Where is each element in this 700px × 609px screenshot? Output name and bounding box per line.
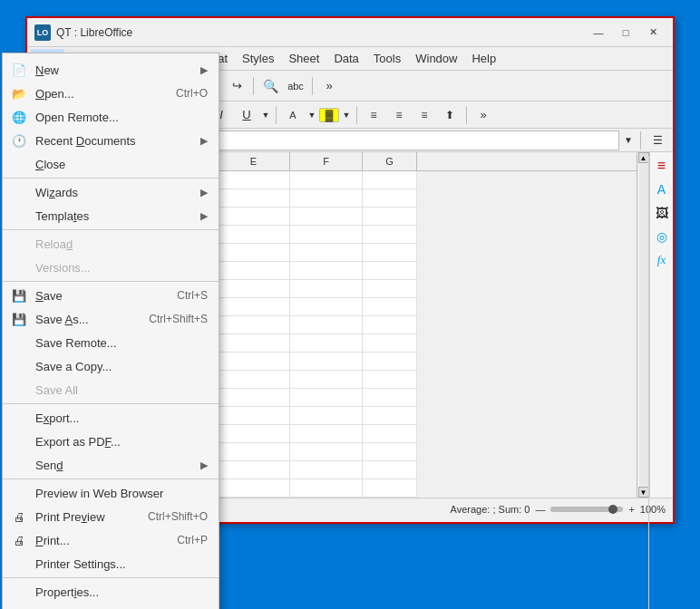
menu-print[interactable]: 🖨 Print... Ctrl+P: [3, 528, 219, 552]
menu-styles[interactable]: Styles: [235, 49, 281, 68]
cell-e2[interactable]: [218, 189, 290, 208]
sidebar-color-btn[interactable]: ◎: [652, 227, 672, 246]
cell-f11[interactable]: [290, 353, 363, 371]
cell-g10[interactable]: [363, 334, 417, 353]
cell-f4[interactable]: [290, 226, 363, 244]
cell-g1[interactable]: [363, 171, 417, 189]
cell-e1[interactable]: [218, 171, 290, 189]
find-btn[interactable]: 🔍: [258, 74, 282, 98]
scroll-up-btn[interactable]: ▲: [638, 152, 649, 163]
cell-g14[interactable]: [363, 407, 417, 425]
more-btn[interactable]: »: [317, 74, 341, 98]
cell-e5[interactable]: [218, 244, 290, 262]
menu-print-preview[interactable]: 🖨 Print Preview Ctrl+Shift+O: [3, 505, 219, 528]
cell-e14[interactable]: [218, 407, 290, 425]
cell-f8[interactable]: [290, 298, 363, 316]
menu-save-as[interactable]: 💾 Save As... Ctrl+Shift+S: [3, 307, 219, 331]
cell-f14[interactable]: [290, 407, 363, 425]
menu-save[interactable]: 💾 Save Ctrl+S: [3, 284, 219, 307]
menu-window[interactable]: Window: [408, 49, 464, 68]
cell-e3[interactable]: [218, 208, 290, 226]
maximize-button[interactable]: □: [613, 23, 638, 43]
menu-export-pdf[interactable]: Export as PDF...: [3, 430, 219, 453]
cell-g12[interactable]: [363, 371, 417, 389]
expand-formula-btn[interactable]: ☰: [646, 129, 669, 152]
zoom-minus[interactable]: —: [535, 504, 545, 515]
cell-e9[interactable]: [218, 316, 290, 334]
font-color-btn[interactable]: A: [281, 103, 305, 127]
cell-g7[interactable]: [363, 280, 417, 298]
menu-help[interactable]: Help: [464, 49, 503, 68]
cell-g2[interactable]: [363, 189, 417, 208]
underline-btn[interactable]: U: [235, 103, 258, 127]
cell-f1[interactable]: [290, 171, 363, 189]
cell-f18[interactable]: [290, 479, 363, 498]
menu-sheet[interactable]: Sheet: [281, 49, 326, 68]
zoom-slider[interactable]: [550, 507, 623, 512]
sidebar-styles-btn[interactable]: ≡: [652, 156, 672, 176]
cell-e18[interactable]: [218, 479, 290, 498]
sidebar-fx-btn[interactable]: fx: [652, 250, 672, 270]
menu-open[interactable]: 📂 Open... Ctrl+O: [3, 82, 219, 105]
cell-g13[interactable]: [363, 389, 417, 407]
cell-g8[interactable]: [363, 298, 417, 316]
cell-g15[interactable]: [363, 425, 417, 443]
cell-f16[interactable]: [290, 443, 363, 461]
zoom-plus[interactable]: +: [628, 504, 634, 515]
menu-preview-web[interactable]: Preview in Web Browser: [3, 481, 219, 505]
cell-e10[interactable]: [218, 334, 290, 353]
cell-g4[interactable]: [363, 226, 417, 244]
cell-f10[interactable]: [290, 334, 363, 353]
cell-g16[interactable]: [363, 443, 417, 461]
cell-e6[interactable]: [218, 262, 290, 280]
menu-wizards[interactable]: Wizards ▶: [3, 180, 219, 204]
cell-e13[interactable]: [218, 389, 290, 407]
scroll-down-btn[interactable]: ▼: [638, 487, 649, 498]
cell-f9[interactable]: [290, 316, 363, 334]
cell-g3[interactable]: [363, 208, 417, 226]
cell-f12[interactable]: [290, 371, 363, 389]
highlight-btn[interactable]: ▓: [319, 108, 339, 122]
formula-dropdown[interactable]: ▼: [621, 129, 636, 152]
cell-g6[interactable]: [363, 262, 417, 280]
menu-open-remote[interactable]: 🌐 Open Remote...: [3, 105, 219, 129]
highlight-arrow[interactable]: ▼: [341, 103, 352, 127]
close-button[interactable]: ✕: [640, 23, 666, 43]
cell-f15[interactable]: [290, 425, 363, 443]
scrollbar-right[interactable]: ▲ ▼: [637, 152, 649, 498]
cell-f7[interactable]: [290, 280, 363, 298]
menu-templates[interactable]: Templates ▶: [3, 204, 219, 227]
align-left-btn[interactable]: ≡: [362, 103, 385, 127]
cell-e16[interactable]: [218, 443, 290, 461]
cell-g18[interactable]: [363, 479, 417, 498]
menu-new[interactable]: 📄 New ▶: [3, 58, 219, 82]
menu-save-copy[interactable]: Save a Copy...: [3, 354, 219, 378]
font-color-arrow[interactable]: ▼: [306, 103, 317, 127]
spellcheck-btn[interactable]: abc: [284, 74, 307, 98]
menu-save-remote[interactable]: Save Remote...: [3, 331, 219, 354]
align-right-btn[interactable]: ≡: [413, 103, 436, 127]
menu-printer-settings[interactable]: Printer Settings...: [3, 552, 219, 575]
cell-e17[interactable]: [218, 461, 290, 479]
cell-g9[interactable]: [363, 316, 417, 334]
cell-e7[interactable]: [218, 280, 290, 298]
cell-f2[interactable]: [290, 189, 363, 208]
redo-btn[interactable]: ↪: [225, 74, 248, 98]
minimize-button[interactable]: —: [586, 23, 611, 43]
cell-g5[interactable]: [363, 244, 417, 262]
cell-f17[interactable]: [290, 461, 363, 479]
cell-f6[interactable]: [290, 262, 363, 280]
cell-f5[interactable]: [290, 244, 363, 262]
menu-close[interactable]: Close: [3, 152, 219, 176]
more-format-btn[interactable]: »: [472, 103, 495, 127]
cell-g17[interactable]: [363, 461, 417, 479]
align-center-btn[interactable]: ≡: [387, 103, 411, 127]
cell-e11[interactable]: [218, 353, 290, 371]
cell-e15[interactable]: [218, 425, 290, 443]
menu-data[interactable]: Data: [326, 49, 365, 68]
menu-send[interactable]: Send ▶: [3, 453, 219, 477]
cell-e12[interactable]: [218, 371, 290, 389]
menu-properties[interactable]: Properties...: [3, 580, 219, 604]
underline-arrow[interactable]: ▼: [260, 103, 271, 127]
cell-g11[interactable]: [363, 353, 417, 371]
